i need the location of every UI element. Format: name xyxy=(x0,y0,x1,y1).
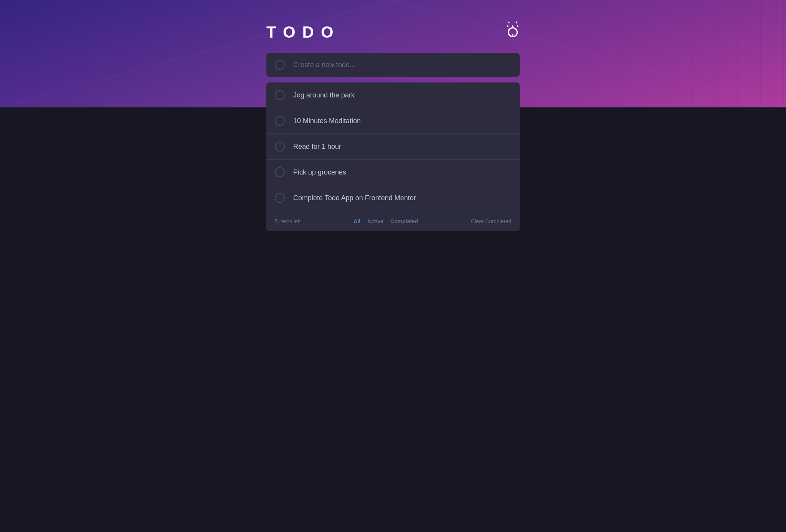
todo-text-1: Jog around the park xyxy=(293,91,355,99)
clear-completed-button[interactable]: Clear Completed xyxy=(471,218,511,224)
sun-icon xyxy=(508,27,518,37)
todo-item-5[interactable]: Complete Todo App on Frontend Mentor xyxy=(266,185,520,211)
app-title: TODO xyxy=(266,23,340,41)
todo-section: Jog around the park 10 Minutes Meditatio… xyxy=(266,75,520,231)
todo-text-5: Complete Todo App on Frontend Mentor xyxy=(293,194,416,202)
todo-item-3[interactable]: Read for 1 hour xyxy=(266,134,520,160)
todo-text-2: 10 Minutes Meditation xyxy=(293,117,361,125)
app-header: TODO xyxy=(266,0,520,53)
todo-text-4: Pick up groceries xyxy=(293,168,346,176)
new-todo-form xyxy=(266,53,520,77)
theme-toggle-button[interactable] xyxy=(506,25,520,39)
todo-checkbox-1[interactable] xyxy=(275,90,285,100)
todo-list: Jog around the park 10 Minutes Meditatio… xyxy=(266,82,520,231)
filter-active-button[interactable]: Active xyxy=(367,218,383,224)
filter-completed-button[interactable]: Completed xyxy=(390,218,418,224)
todo-checkbox-2[interactable] xyxy=(275,116,285,126)
todo-item-1[interactable]: Jog around the park xyxy=(266,82,520,108)
todo-footer: 5 items left All Active Completed Clear … xyxy=(266,211,520,231)
filter-all-button[interactable]: All xyxy=(353,218,360,224)
todo-item-2[interactable]: 10 Minutes Meditation xyxy=(266,108,520,134)
new-todo-checkbox[interactable] xyxy=(275,60,285,70)
todo-text-3: Read for 1 hour xyxy=(293,143,341,151)
todo-checkbox-5[interactable] xyxy=(275,193,285,203)
items-left-count: 5 items left xyxy=(275,218,301,224)
filter-buttons: All Active Completed xyxy=(353,218,418,224)
todo-item-4[interactable]: Pick up groceries xyxy=(266,160,520,185)
new-todo-input[interactable] xyxy=(293,61,511,69)
todo-checkbox-3[interactable] xyxy=(275,142,285,152)
todo-checkbox-4[interactable] xyxy=(275,167,285,177)
